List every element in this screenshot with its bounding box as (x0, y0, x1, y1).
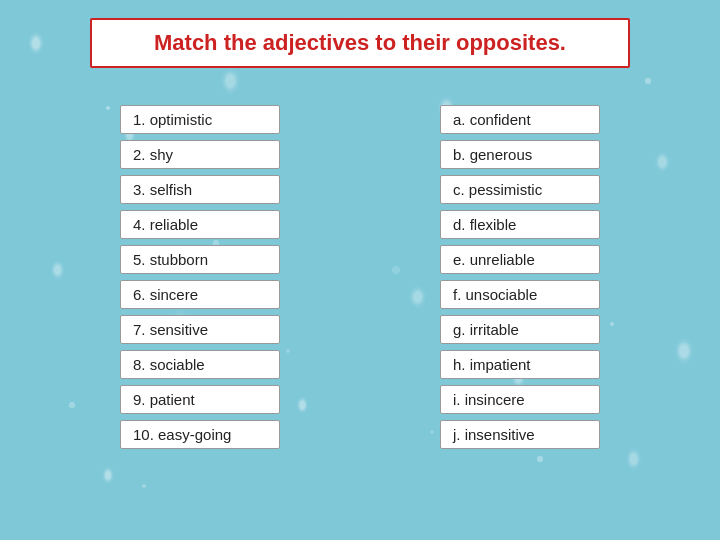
right-column: a. confidentb. generousc. pessimisticd. … (440, 105, 600, 530)
left-item-7: 7. sensitive (120, 315, 280, 344)
left-item-3: 3. selfish (120, 175, 280, 204)
left-item-8: 8. sociable (120, 350, 280, 379)
right-item-b: b. generous (440, 140, 600, 169)
left-column: 1. optimistic2. shy3. selfish4. reliable… (120, 105, 280, 530)
left-item-1: 1. optimistic (120, 105, 280, 134)
right-item-i: i. insincere (440, 385, 600, 414)
right-item-c: c. pessimistic (440, 175, 600, 204)
right-item-h: h. impatient (440, 350, 600, 379)
left-item-5: 5. stubborn (120, 245, 280, 274)
left-item-2: 2. shy (120, 140, 280, 169)
right-item-d: d. flexible (440, 210, 600, 239)
right-item-f: f. unsociable (440, 280, 600, 309)
page-title: Match the adjectives to their opposites. (154, 30, 566, 55)
columns-container: 1. optimistic2. shy3. selfish4. reliable… (0, 95, 720, 540)
left-item-6: 6. sincere (120, 280, 280, 309)
right-item-e: e. unreliable (440, 245, 600, 274)
right-item-g: g. irritable (440, 315, 600, 344)
title-box: Match the adjectives to their opposites. (90, 18, 630, 68)
right-item-j: j. insensitive (440, 420, 600, 449)
right-item-a: a. confident (440, 105, 600, 134)
left-item-10: 10. easy-going (120, 420, 280, 449)
left-item-4: 4. reliable (120, 210, 280, 239)
left-item-9: 9. patient (120, 385, 280, 414)
